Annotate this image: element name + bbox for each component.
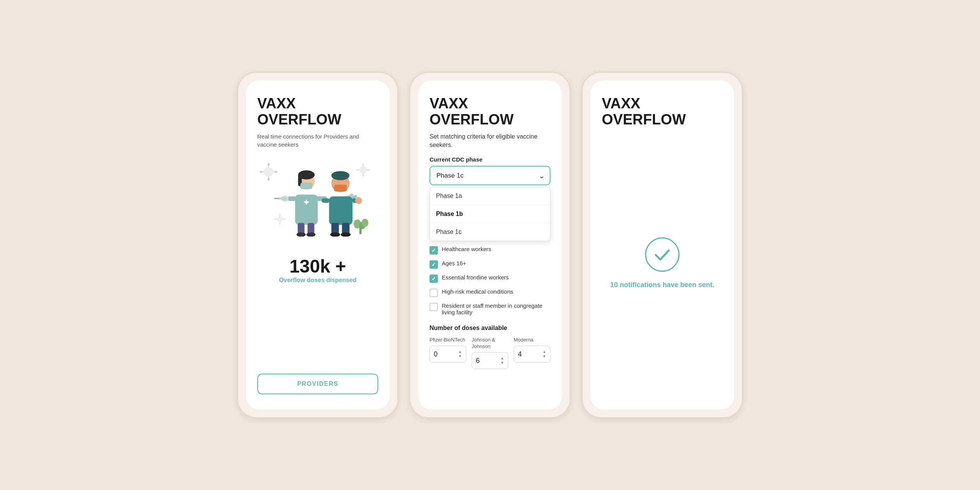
moderna-down-arrow[interactable]: ▼ [542, 354, 546, 358]
dose-pfizer: Pfizer-BioNTech 0 ▲ ▼ [430, 337, 466, 369]
svg-point-38 [332, 171, 350, 180]
dose-moderna-label: Moderna [514, 337, 550, 343]
svg-point-8 [260, 171, 262, 173]
svg-point-7 [268, 178, 270, 180]
checkbox-healthcare-label: Healthcare workers [442, 246, 491, 252]
svg-point-14 [277, 216, 283, 222]
phase-dropdown-wrapper: Phase 1a Phase 1b Phase 1c ⌄ [430, 166, 550, 185]
checkbox-item-frontline: Essential frontline workers [430, 274, 550, 283]
dose-pfizer-label: Pfizer-BioNTech [430, 337, 466, 343]
checkbox-item-healthcare: Healthcare workers [430, 246, 550, 255]
providers-button[interactable]: PROVIDERS [257, 374, 378, 394]
checkbox-highrisk[interactable] [430, 289, 438, 297]
title-line1-p3: VAXX [602, 95, 640, 111]
dose-jj-arrows[interactable]: ▲ ▼ [500, 356, 504, 365]
checkbox-ages-label: Ages 16+ [442, 260, 466, 266]
title-line2-p3: OVERFLOW [602, 111, 686, 127]
svg-rect-29 [278, 198, 286, 199]
overflow-label: Overflow [279, 277, 305, 283]
svg-rect-36 [305, 200, 307, 204]
dose-pfizer-arrows[interactable]: ▲ ▼ [458, 350, 462, 358]
svg-point-0 [264, 167, 273, 176]
svg-rect-26 [287, 196, 297, 201]
doses-grid: Pfizer-BioNTech 0 ▲ ▼ Johnson & Johnson [430, 337, 550, 369]
dose-moderna-value: 4 [518, 350, 522, 358]
doses-section: Number of doses available Pfizer-BioNTec… [430, 325, 550, 369]
svg-point-5 [268, 163, 270, 165]
notification-count: 10 [610, 281, 618, 289]
jj-up-arrow[interactable]: ▲ [500, 356, 504, 360]
checkbox-healthcare[interactable] [430, 246, 438, 255]
stats-section: 130k + Overflow doses dispensed [257, 256, 378, 284]
checkbox-frontline-label: Essential frontline workers [442, 274, 509, 281]
checkbox-resident-label: Resident or staff member in congregate l… [442, 302, 550, 315]
checkbox-resident[interactable] [430, 303, 438, 311]
phone-3-inner: VAXX OVERFLOW 10 notifications have been… [590, 80, 734, 410]
notification-suffix: notifications have been sent. [618, 281, 714, 289]
illustration [257, 156, 378, 240]
checkmark-svg [653, 245, 672, 264]
jj-down-arrow[interactable]: ▼ [500, 361, 504, 365]
dose-jj: Johnson & Johnson 6 ▲ ▼ [472, 337, 508, 369]
dose-moderna-arrows[interactable]: ▲ ▼ [542, 350, 546, 358]
svg-point-9 [359, 166, 367, 174]
stats-number: 130k + [257, 256, 378, 277]
dose-pfizer-input: 0 ▲ ▼ [430, 346, 466, 363]
app-title-2: VAXX OVERFLOW [430, 96, 550, 128]
svg-point-52 [362, 219, 369, 227]
phone-1: VAXX OVERFLOW Real time connections for … [237, 72, 398, 418]
svg-rect-24 [301, 182, 313, 189]
svg-rect-30 [274, 198, 279, 199]
doses-label: doses dispensed [307, 277, 357, 283]
dose-moderna: Moderna 4 ▲ ▼ [514, 337, 550, 369]
phones-container: VAXX OVERFLOW Real time connections for … [237, 72, 743, 418]
cdc-phase-label: Current CDC phase [430, 156, 550, 163]
app-title-3: VAXX OVERFLOW [602, 96, 723, 128]
title-line2-p2: OVERFLOW [430, 111, 514, 127]
dropdown-item-phase1b[interactable]: Phase 1b [430, 205, 550, 223]
checkbox-ages[interactable] [430, 260, 438, 269]
title-line1-p2: VAXX [430, 95, 468, 111]
dropdown-item-phase1a[interactable]: Phase 1a [430, 187, 550, 205]
dropdown-menu: Phase 1a Phase 1b Phase 1c [430, 187, 550, 241]
svg-rect-41 [322, 198, 330, 203]
svg-rect-39 [334, 185, 347, 191]
dose-jj-label: Johnson & Johnson [472, 337, 508, 350]
phase-dropdown[interactable]: Phase 1a Phase 1b Phase 1c [430, 166, 550, 185]
svg-rect-44 [356, 197, 359, 202]
svg-point-6 [275, 171, 277, 173]
phone-2: VAXX OVERFLOW Set matching criteria for … [410, 72, 570, 418]
pfizer-up-arrow[interactable]: ▲ [458, 350, 462, 354]
eligibility-checkboxes: Healthcare workers Ages 16+ Essential fr… [430, 246, 550, 315]
checkbox-item-resident: Resident or staff member in congregate l… [430, 302, 550, 315]
checkbox-item-ages: Ages 16+ [430, 260, 550, 269]
svg-rect-40 [329, 196, 353, 225]
svg-rect-25 [295, 194, 318, 225]
dose-moderna-input: 4 ▲ ▼ [514, 346, 550, 363]
dose-jj-input: 6 ▲ ▼ [472, 352, 508, 369]
dose-pfizer-value: 0 [434, 350, 438, 358]
checkbox-item-highrisk: High-risk medical conditions [430, 288, 550, 297]
dropdown-item-phase1c[interactable]: Phase 1c [430, 223, 550, 241]
doses-title: Number of doses available [430, 325, 550, 332]
app-title-1: VAXX OVERFLOW [257, 96, 378, 128]
checkbox-frontline[interactable] [430, 274, 438, 283]
phone-2-inner: VAXX OVERFLOW Set matching criteria for … [418, 80, 562, 410]
phone-1-inner: VAXX OVERFLOW Real time connections for … [246, 80, 390, 410]
success-icon [645, 237, 679, 272]
checkbox-highrisk-label: High-risk medical conditions [442, 288, 513, 295]
success-section: 10 notifications have been sent. [602, 132, 723, 394]
title-line1: VAXX [257, 95, 296, 111]
success-text: 10 notifications have been sent. [610, 281, 714, 289]
dose-jj-value: 6 [476, 357, 480, 365]
stats-label: Overflow doses dispensed [257, 277, 378, 284]
pfizer-down-arrow[interactable]: ▼ [458, 354, 462, 358]
moderna-up-arrow[interactable]: ▲ [542, 350, 546, 354]
app-subtitle-1: Real time connections for Providers and … [257, 132, 378, 149]
phone-3: VAXX OVERFLOW 10 notifications have been… [582, 72, 743, 418]
title-line2: OVERFLOW [257, 111, 341, 127]
phase-subtitle: Set matching criteria for eligible vacci… [430, 132, 550, 150]
